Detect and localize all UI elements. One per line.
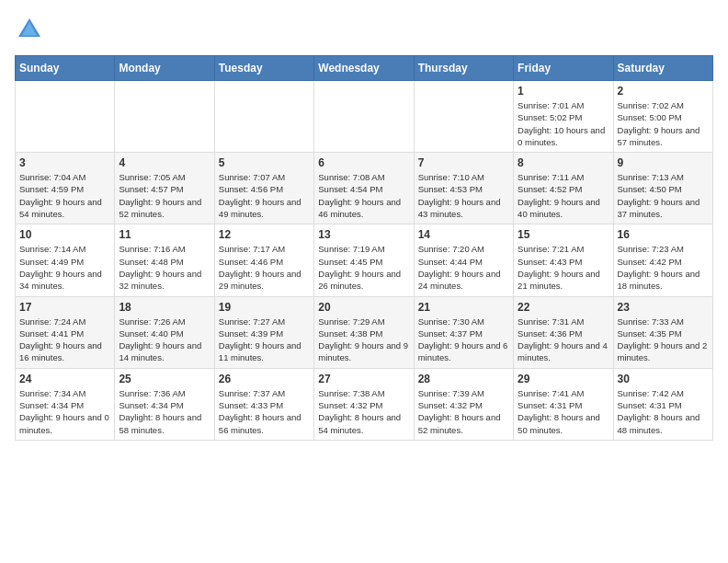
day-number: 1	[518, 85, 609, 98]
day-info: Sunrise: 7:36 AM Sunset: 4:34 PM Dayligh…	[119, 387, 210, 436]
day-number: 16	[618, 228, 709, 241]
calendar-cell: 25Sunrise: 7:36 AM Sunset: 4:34 PM Dayli…	[115, 368, 214, 440]
day-info: Sunrise: 7:29 AM Sunset: 4:38 PM Dayligh…	[318, 316, 409, 364]
calendar-cell: 13Sunrise: 7:19 AM Sunset: 4:45 PM Dayli…	[314, 224, 414, 296]
calendar-cell: 27Sunrise: 7:38 AM Sunset: 4:32 PM Dayli…	[314, 368, 414, 440]
page-header	[15, 15, 713, 44]
calendar-cell: 17Sunrise: 7:24 AM Sunset: 4:41 PM Dayli…	[16, 296, 115, 368]
calendar-cell: 5Sunrise: 7:07 AM Sunset: 4:56 PM Daylig…	[214, 153, 313, 224]
day-number: 11	[119, 228, 210, 241]
day-number: 5	[219, 156, 310, 169]
calendar-table: SundayMondayTuesdayWednesdayThursdayFrid…	[15, 55, 713, 441]
calendar-cell: 29Sunrise: 7:41 AM Sunset: 4:31 PM Dayli…	[514, 368, 613, 440]
day-info: Sunrise: 7:33 AM Sunset: 4:35 PM Dayligh…	[618, 316, 709, 364]
calendar-week-row: 1Sunrise: 7:01 AM Sunset: 5:02 PM Daylig…	[16, 81, 713, 153]
day-number: 29	[518, 373, 609, 385]
day-number: 25	[119, 373, 210, 385]
calendar-cell: 24Sunrise: 7:34 AM Sunset: 4:34 PM Dayli…	[16, 368, 115, 440]
day-number: 7	[418, 156, 509, 169]
day-number: 19	[219, 301, 310, 314]
day-number: 27	[318, 373, 409, 385]
day-info: Sunrise: 7:21 AM Sunset: 4:43 PM Dayligh…	[518, 243, 609, 292]
day-info: Sunrise: 7:20 AM Sunset: 4:44 PM Dayligh…	[418, 243, 509, 292]
logo	[15, 15, 48, 44]
day-info: Sunrise: 7:37 AM Sunset: 4:33 PM Dayligh…	[219, 387, 310, 436]
day-info: Sunrise: 7:14 AM Sunset: 4:49 PM Dayligh…	[19, 243, 110, 292]
day-number: 23	[618, 301, 709, 314]
day-info: Sunrise: 7:23 AM Sunset: 4:42 PM Dayligh…	[618, 243, 709, 292]
day-number: 3	[19, 156, 110, 169]
day-number: 28	[418, 373, 509, 385]
day-info: Sunrise: 7:34 AM Sunset: 4:34 PM Dayligh…	[19, 387, 110, 436]
calendar-cell: 18Sunrise: 7:26 AM Sunset: 4:40 PM Dayli…	[115, 296, 214, 368]
day-info: Sunrise: 7:24 AM Sunset: 4:41 PM Dayligh…	[19, 316, 110, 364]
logo-icon	[15, 15, 44, 44]
day-number: 10	[19, 228, 110, 241]
day-info: Sunrise: 7:07 AM Sunset: 4:56 PM Dayligh…	[219, 171, 310, 220]
day-info: Sunrise: 7:27 AM Sunset: 4:39 PM Dayligh…	[219, 316, 310, 364]
day-info: Sunrise: 7:13 AM Sunset: 4:50 PM Dayligh…	[618, 171, 709, 220]
header-sunday: Sunday	[16, 56, 115, 81]
calendar-week-row: 24Sunrise: 7:34 AM Sunset: 4:34 PM Dayli…	[16, 368, 713, 440]
day-info: Sunrise: 7:30 AM Sunset: 4:37 PM Dayligh…	[418, 316, 509, 364]
day-number: 2	[618, 85, 709, 98]
calendar-cell: 9Sunrise: 7:13 AM Sunset: 4:50 PM Daylig…	[613, 153, 712, 224]
calendar-cell: 3Sunrise: 7:04 AM Sunset: 4:59 PM Daylig…	[16, 153, 115, 224]
header-saturday: Saturday	[613, 56, 712, 81]
day-info: Sunrise: 7:05 AM Sunset: 4:57 PM Dayligh…	[119, 171, 210, 220]
day-info: Sunrise: 7:10 AM Sunset: 4:53 PM Dayligh…	[418, 171, 509, 220]
day-number: 18	[119, 301, 210, 314]
calendar-week-row: 17Sunrise: 7:24 AM Sunset: 4:41 PM Dayli…	[16, 296, 713, 368]
calendar-cell: 14Sunrise: 7:20 AM Sunset: 4:44 PM Dayli…	[414, 224, 513, 296]
day-info: Sunrise: 7:41 AM Sunset: 4:31 PM Dayligh…	[518, 387, 609, 436]
header-monday: Monday	[115, 56, 214, 81]
calendar-cell	[16, 81, 115, 153]
calendar-cell: 28Sunrise: 7:39 AM Sunset: 4:32 PM Dayli…	[414, 368, 513, 440]
day-info: Sunrise: 7:08 AM Sunset: 4:54 PM Dayligh…	[318, 171, 409, 220]
calendar-header-row: SundayMondayTuesdayWednesdayThursdayFrid…	[16, 56, 713, 81]
calendar-cell	[314, 81, 414, 153]
calendar-cell: 30Sunrise: 7:42 AM Sunset: 4:31 PM Dayli…	[613, 368, 712, 440]
calendar-cell: 16Sunrise: 7:23 AM Sunset: 4:42 PM Dayli…	[613, 224, 712, 296]
day-number: 13	[318, 228, 409, 241]
day-info: Sunrise: 7:42 AM Sunset: 4:31 PM Dayligh…	[618, 387, 709, 436]
day-info: Sunrise: 7:38 AM Sunset: 4:32 PM Dayligh…	[318, 387, 409, 436]
day-info: Sunrise: 7:19 AM Sunset: 4:45 PM Dayligh…	[318, 243, 409, 292]
calendar-cell: 26Sunrise: 7:37 AM Sunset: 4:33 PM Dayli…	[214, 368, 313, 440]
day-number: 21	[418, 301, 509, 314]
calendar-cell: 21Sunrise: 7:30 AM Sunset: 4:37 PM Dayli…	[414, 296, 513, 368]
calendar-cell: 12Sunrise: 7:17 AM Sunset: 4:46 PM Dayli…	[214, 224, 313, 296]
calendar-cell: 15Sunrise: 7:21 AM Sunset: 4:43 PM Dayli…	[514, 224, 613, 296]
header-wednesday: Wednesday	[314, 56, 414, 81]
day-number: 14	[418, 228, 509, 241]
calendar-cell: 2Sunrise: 7:02 AM Sunset: 5:00 PM Daylig…	[613, 81, 712, 153]
header-tuesday: Tuesday	[214, 56, 313, 81]
day-number: 6	[318, 156, 409, 169]
day-number: 8	[518, 156, 609, 169]
day-info: Sunrise: 7:39 AM Sunset: 4:32 PM Dayligh…	[418, 387, 509, 436]
calendar-cell: 20Sunrise: 7:29 AM Sunset: 4:38 PM Dayli…	[314, 296, 414, 368]
calendar-cell: 22Sunrise: 7:31 AM Sunset: 4:36 PM Dayli…	[514, 296, 613, 368]
day-number: 12	[219, 228, 310, 241]
day-info: Sunrise: 7:17 AM Sunset: 4:46 PM Dayligh…	[219, 243, 310, 292]
calendar-cell: 4Sunrise: 7:05 AM Sunset: 4:57 PM Daylig…	[115, 153, 214, 224]
header-thursday: Thursday	[414, 56, 513, 81]
calendar-week-row: 10Sunrise: 7:14 AM Sunset: 4:49 PM Dayli…	[16, 224, 713, 296]
calendar-cell: 11Sunrise: 7:16 AM Sunset: 4:48 PM Dayli…	[115, 224, 214, 296]
day-info: Sunrise: 7:16 AM Sunset: 4:48 PM Dayligh…	[119, 243, 210, 292]
day-number: 17	[19, 301, 110, 314]
day-info: Sunrise: 7:11 AM Sunset: 4:52 PM Dayligh…	[518, 171, 609, 220]
calendar-cell: 10Sunrise: 7:14 AM Sunset: 4:49 PM Dayli…	[16, 224, 115, 296]
day-info: Sunrise: 7:01 AM Sunset: 5:02 PM Dayligh…	[518, 99, 609, 148]
day-number: 24	[19, 373, 110, 385]
calendar-cell: 19Sunrise: 7:27 AM Sunset: 4:39 PM Dayli…	[214, 296, 313, 368]
day-number: 30	[618, 373, 709, 385]
calendar-cell: 6Sunrise: 7:08 AM Sunset: 4:54 PM Daylig…	[314, 153, 414, 224]
calendar-cell	[414, 81, 513, 153]
day-info: Sunrise: 7:02 AM Sunset: 5:00 PM Dayligh…	[618, 99, 709, 148]
calendar-cell: 1Sunrise: 7:01 AM Sunset: 5:02 PM Daylig…	[514, 81, 613, 153]
header-friday: Friday	[514, 56, 613, 81]
calendar-cell: 23Sunrise: 7:33 AM Sunset: 4:35 PM Dayli…	[613, 296, 712, 368]
day-number: 26	[219, 373, 310, 385]
day-number: 20	[318, 301, 409, 314]
